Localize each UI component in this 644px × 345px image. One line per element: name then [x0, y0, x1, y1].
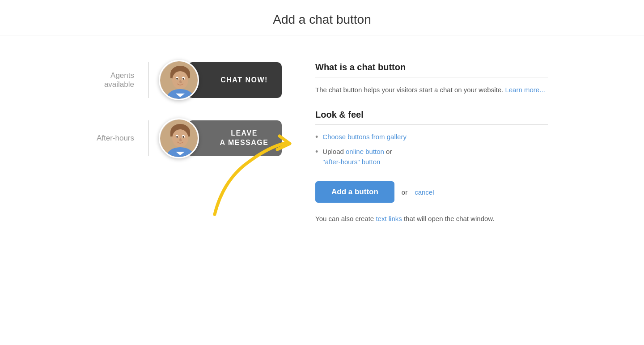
gallery-link[interactable]: Choose buttons from gallery: [322, 133, 407, 141]
chat-now-box: CHAT NOW!: [188, 62, 282, 98]
what-is-section: What is a chat button The chat button he…: [315, 62, 548, 95]
arrow-decoration: [179, 89, 322, 232]
gallery-item-text: Choose buttons from gallery: [322, 132, 407, 142]
chat-now-widget: CHAT NOW!: [163, 62, 280, 98]
after-hours-row: After-hours LEAVEA MESSAGE: [80, 120, 280, 156]
look-feel-heading: Look & feel: [315, 110, 548, 120]
footer-text-after: that will open the chat window.: [404, 215, 495, 222]
list-item-upload: • Upload online button or "after-hours" …: [315, 147, 548, 167]
svg-point-15: [176, 136, 178, 138]
leave-message-widget: LEAVEA MESSAGE: [163, 120, 280, 156]
right-panel: What is a chat button The chat button he…: [315, 62, 548, 224]
or-text: or: [402, 188, 407, 196]
avatar-face-1: [160, 61, 198, 99]
after-hours-label: After-hours: [80, 134, 134, 143]
learn-more-link[interactable]: Learn more…: [505, 86, 546, 94]
chat-now-text: CHAT NOW!: [220, 76, 268, 85]
bullet-dot-1: •: [315, 132, 318, 142]
bullet-dot-2: •: [315, 147, 318, 157]
footer-text-before: You can also create: [315, 215, 374, 222]
after-hours-button-link[interactable]: "after-hours" button: [322, 158, 380, 166]
look-feel-section: Look & feel • Choose buttons from galler…: [315, 110, 548, 167]
upload-item-text: Upload online button or "after-hours" bu…: [322, 147, 392, 167]
upload-text-or: or: [384, 148, 392, 155]
page-title: Add a chat button: [0, 13, 644, 27]
agents-available-label: Agents available: [80, 71, 134, 89]
cancel-link[interactable]: cancel: [415, 188, 434, 196]
text-links-link[interactable]: text links: [376, 215, 402, 222]
avatar-face-2: [160, 119, 198, 157]
section-divider-1: [315, 77, 548, 77]
svg-point-6: [176, 78, 178, 80]
main-content: Agents available CHAT NOW!: [54, 35, 590, 224]
page-header: Add a chat button: [0, 0, 644, 35]
what-is-description: The chat button helps your visitors star…: [315, 85, 548, 95]
footer-text: You can also create text links that will…: [315, 213, 548, 224]
row-divider: [148, 62, 149, 98]
add-button[interactable]: Add a button: [315, 181, 394, 203]
upload-text-before: Upload: [322, 148, 346, 155]
leave-message-box: LEAVEA MESSAGE: [188, 120, 282, 156]
row-divider-2: [148, 120, 149, 156]
svg-point-7: [182, 78, 184, 80]
what-is-heading: What is a chat button: [315, 62, 548, 72]
svg-point-16: [182, 136, 184, 138]
avatar-after-hours: [159, 118, 199, 158]
list-item-gallery: • Choose buttons from gallery: [315, 132, 548, 142]
leave-message-text: LEAVEA MESSAGE: [220, 129, 269, 148]
agents-available-row: Agents available CHAT NOW!: [80, 62, 280, 98]
avatar-agents: [159, 60, 199, 100]
look-feel-list: • Choose buttons from gallery • Upload o…: [315, 132, 548, 167]
online-button-link[interactable]: online button: [346, 148, 384, 155]
action-row: Add a button or cancel: [315, 181, 548, 203]
left-panel: Agents available CHAT NOW!: [54, 62, 280, 224]
section-divider-2: [315, 124, 548, 125]
what-is-text-before: The chat button helps your visitors star…: [315, 86, 505, 94]
